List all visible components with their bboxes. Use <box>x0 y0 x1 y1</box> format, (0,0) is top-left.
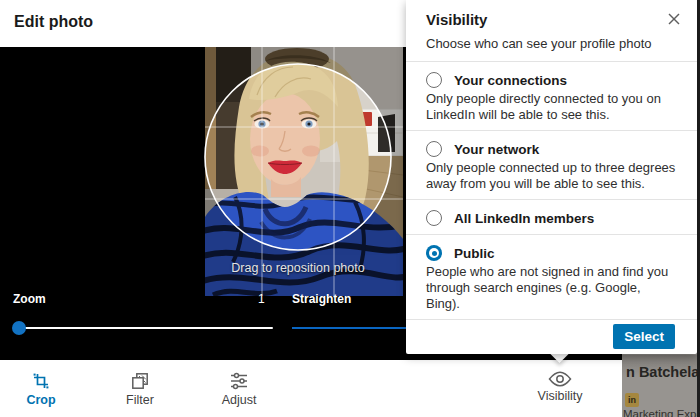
option-description: People who are not signed in and find yo… <box>426 264 677 311</box>
tab-crop[interactable]: Crop <box>9 360 73 417</box>
tab-adjust[interactable]: Adjust <box>207 360 271 417</box>
option-label: Public <box>454 246 495 261</box>
background-profile-page: n Batchelar in Marketing Exper <box>622 355 697 417</box>
editor-toolbar: Crop Filter <box>0 360 622 417</box>
option-your-connections[interactable]: Your connections Only people directly co… <box>406 62 697 131</box>
zoom-value: 1 <box>258 292 265 306</box>
select-button[interactable]: Select <box>613 324 675 349</box>
option-label: Your network <box>454 142 539 157</box>
tab-visibility-label: Visibility <box>528 389 592 403</box>
option-description: Only people connected up to three degree… <box>426 160 677 191</box>
photo-canvas[interactable] <box>205 47 403 296</box>
eye-icon <box>548 371 572 387</box>
option-label: All LinkedIn members <box>454 211 594 226</box>
linkedin-badge-icon: in <box>625 393 639 407</box>
tab-adjust-label: Adjust <box>207 393 271 407</box>
radio-your-network[interactable] <box>426 141 442 157</box>
filter-icon <box>130 371 150 391</box>
option-description: Only people directly connected to you on… <box>426 91 677 122</box>
option-all-linkedin-members[interactable]: All LinkedIn members <box>406 200 697 235</box>
adjust-icon <box>229 371 249 391</box>
zoom-slider-thumb[interactable] <box>12 321 26 335</box>
radio-your-connections[interactable] <box>426 72 442 88</box>
straighten-slider-label: Straighten <box>292 292 351 306</box>
straighten-slider-track[interactable] <box>292 327 412 329</box>
popover-title: Visibility <box>426 11 677 28</box>
visibility-popover: Visibility Choose who can see your profi… <box>406 0 697 354</box>
zoom-slider-track[interactable] <box>18 327 273 329</box>
radio-public[interactable] <box>426 245 442 261</box>
tab-visibility[interactable]: Visibility <box>528 360 592 417</box>
background-profile-headline: Marketing Exper <box>623 408 697 417</box>
profile-photo-image <box>205 47 403 296</box>
popover-subtitle: Choose who can see your profile photo <box>426 36 677 51</box>
screen: n Batchelar in Marketing Exper Edit phot… <box>0 0 700 417</box>
option-your-network[interactable]: Your network Only people connected up to… <box>406 131 697 200</box>
tab-filter[interactable]: Filter <box>108 360 172 417</box>
option-label: Your connections <box>454 73 567 88</box>
close-icon[interactable] <box>663 8 685 30</box>
radio-all-linkedin-members[interactable] <box>426 210 442 226</box>
zoom-slider-label: Zoom <box>13 292 46 306</box>
popover-header: Visibility Choose who can see your profi… <box>406 0 697 62</box>
tab-filter-label: Filter <box>108 393 172 407</box>
background-profile-name: n Batchelar <box>626 364 697 380</box>
crop-icon <box>31 371 51 391</box>
option-public[interactable]: Public People who are not signed in and … <box>406 235 697 320</box>
tab-crop-label: Crop <box>9 393 73 407</box>
drag-hint-text: Drag to reposition photo <box>198 261 398 275</box>
